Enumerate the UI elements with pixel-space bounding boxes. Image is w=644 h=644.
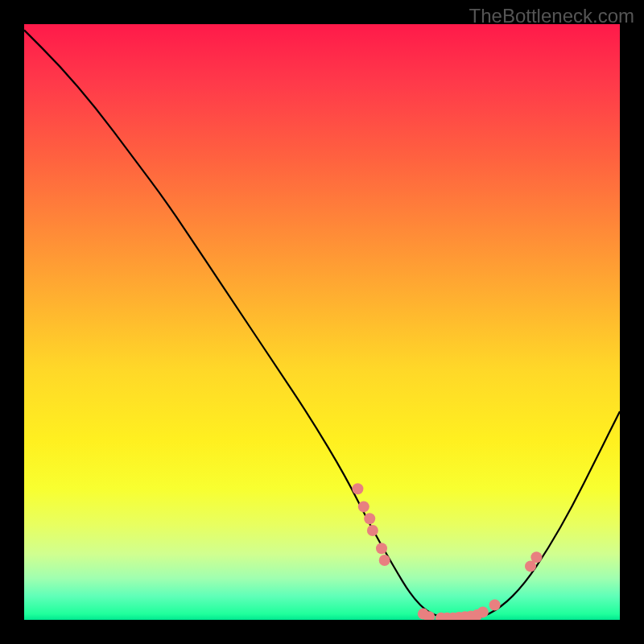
- data-point: [489, 600, 501, 611]
- chart-svg: [24, 24, 620, 620]
- data-point: [376, 543, 387, 554]
- data-point: [367, 525, 378, 536]
- chart-container: [24, 24, 620, 620]
- data-point: [530, 551, 542, 563]
- data-point: [358, 501, 369, 512]
- data-point: [379, 555, 390, 566]
- data-point: [364, 513, 375, 524]
- bottleneck-curve: [24, 30, 620, 620]
- watermark-text: TheBottleneck.com: [469, 5, 634, 27]
- data-point: [477, 606, 489, 617]
- data-point: [352, 483, 363, 494]
- data-points-group: [352, 483, 542, 620]
